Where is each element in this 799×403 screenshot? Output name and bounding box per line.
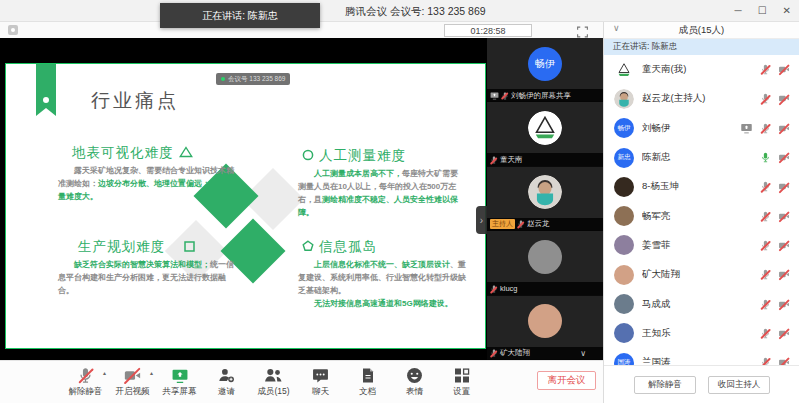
body-text-green: 测绘精准度不稳定、人员安全性难以保障。	[298, 195, 458, 217]
avatar	[614, 323, 634, 343]
mic-muted-icon[interactable]	[760, 211, 771, 222]
avatar-sailboat	[528, 111, 562, 145]
speaking-indicator-tooltip: 正在讲话: 陈新忠	[160, 3, 320, 28]
mic-muted-icon[interactable]	[760, 299, 771, 310]
member-row[interactable]: 矿大陆翔	[604, 260, 799, 289]
avatar-sailboat	[614, 60, 634, 80]
toolbar-start-video[interactable]: ▴ 开启视频	[109, 366, 156, 398]
toolbar-label: 设置	[453, 386, 470, 398]
toolbar-emoji[interactable]: 表情	[391, 366, 438, 398]
camera-off-icon[interactable]	[778, 269, 790, 280]
host-badge: 主持人	[490, 219, 515, 229]
toolbar-docs[interactable]: 文档	[344, 366, 391, 398]
mic-muted-icon[interactable]	[760, 328, 771, 339]
mic-muted-icon	[517, 220, 525, 228]
strip-expand-handle[interactable]: ›	[476, 206, 487, 234]
member-name: 刘畅伊	[642, 122, 740, 135]
toolbar-share-screen[interactable]: 共享屏幕	[156, 366, 203, 398]
member-row[interactable]: 王知乐	[604, 319, 799, 348]
toolbar-chat[interactable]: 聊天	[297, 366, 344, 398]
section-body: 缺乏符合实际的智慧决策算法和模型；统一信息平台构建和生产分析困难，更无法进行数据…	[58, 258, 236, 297]
member-row[interactable]: 8-杨玉坤	[604, 172, 799, 201]
toolbar-unmute[interactable]: ▴ 解除静音	[62, 366, 109, 398]
thumbnail-label: 童天南	[500, 155, 523, 165]
meeting-info-icon[interactable]	[8, 25, 18, 35]
strip-collapse-button[interactable]: ∨	[580, 349, 600, 358]
toolbar-settings[interactable]: 设置	[438, 366, 485, 398]
toolbar-label: 邀请	[218, 386, 235, 398]
mic-muted-icon[interactable]	[760, 357, 771, 365]
member-panel: ∨ 成员(15人) 正在讲话: 陈新忠 童天南(我) 赵云龙(主持人)	[603, 22, 799, 403]
body-text-green: 缺乏符合实际的智慧决策算法和模型；	[74, 260, 210, 269]
mic-muted-icon[interactable]	[760, 181, 771, 192]
mic-active-icon[interactable]	[760, 152, 771, 163]
minimize-button[interactable]: ─	[735, 6, 742, 16]
square-icon	[184, 239, 195, 255]
thumbnail-label: klucg	[500, 284, 518, 293]
unmute-all-button[interactable]: 解除静音	[634, 376, 696, 394]
member-name: 陈新忠	[642, 151, 760, 164]
toolbar-members[interactable]: 成员(15)	[250, 366, 297, 398]
ribbon-dot	[43, 97, 49, 103]
section-heading-text: 地表可视化难度	[72, 144, 174, 162]
camera-off-icon[interactable]	[778, 328, 790, 339]
member-row[interactable]: 姜雪菲	[604, 231, 799, 260]
video-thumbnail[interactable]: 童天南	[487, 102, 603, 166]
section-heading-surface: 地表可视化难度	[72, 144, 193, 162]
member-row[interactable]: 赵云龙(主持人)	[604, 84, 799, 113]
member-row[interactable]: 童天南(我)	[604, 55, 799, 84]
camera-off-icon[interactable]	[778, 211, 790, 222]
caret-up-icon[interactable]: ▴	[150, 369, 153, 376]
mic-muted-icon[interactable]	[760, 240, 771, 251]
mic-muted-icon[interactable]	[760, 123, 771, 134]
member-row[interactable]: 国涛 兰国涛	[604, 348, 799, 365]
grid-settings-icon	[454, 367, 470, 384]
avatar	[528, 304, 562, 338]
member-row[interactable]: 畅伊 刘畅伊	[604, 114, 799, 143]
toolbar-invite[interactable]: 邀请	[203, 366, 250, 398]
camera-off-icon[interactable]	[778, 181, 790, 192]
member-name: 兰国涛	[642, 356, 760, 365]
member-name: 姜雪菲	[642, 239, 760, 252]
screen-share-icon	[740, 122, 753, 134]
caret-up-icon[interactable]: ▴	[103, 369, 106, 376]
camera-off-icon[interactable]	[778, 152, 790, 163]
slide-title: 行业痛点	[91, 88, 179, 114]
camera-off-icon[interactable]	[778, 357, 790, 365]
reclaim-host-button[interactable]: 收回主持人	[708, 376, 770, 394]
mic-muted-icon[interactable]	[760, 269, 771, 280]
thumbnail-label: 刘畅伊的屏幕共享	[511, 91, 571, 101]
video-thumbnail[interactable]: klucg	[487, 231, 603, 295]
close-button[interactable]: ✕	[783, 6, 791, 16]
video-thumbnail-host[interactable]: 主持人 赵云龙	[487, 167, 603, 231]
section-heading-manual: 人工测量难度	[302, 147, 406, 165]
avatar: 畅伊	[528, 47, 562, 81]
member-list: 童天南(我) 赵云龙(主持人) 畅伊 刘畅伊	[604, 55, 799, 365]
video-thumbnail-screenshare[interactable]: 畅伊 刘畅伊的屏幕共享	[487, 38, 603, 102]
leave-meeting-button[interactable]: 离开会议	[537, 371, 596, 390]
member-row[interactable]: 马成成	[604, 289, 799, 318]
camera-off-icon[interactable]	[778, 240, 790, 251]
camera-off-icon[interactable]	[778, 123, 790, 134]
mic-muted-icon[interactable]	[760, 64, 771, 75]
meeting-timer: 01:28:58	[444, 24, 532, 37]
member-name: 童天南(我)	[642, 63, 760, 76]
avatar	[614, 177, 634, 197]
mic-muted-icon[interactable]	[760, 93, 771, 104]
camera-off-icon[interactable]	[778, 299, 790, 310]
member-row[interactable]: 畅军亮	[604, 201, 799, 230]
tencent-meeting-window: 腾讯会议 会议号: 133 235 869 ─ ☐ ✕ 正在讲话: 陈新忠 01…	[0, 0, 799, 403]
camera-off-icon[interactable]	[778, 93, 790, 104]
panel-collapse-button[interactable]: ∨	[613, 23, 620, 33]
member-row[interactable]: 新忠 陈新忠	[604, 143, 799, 172]
meeting-watermark: 会议号 133 235 869	[216, 73, 290, 85]
camera-off-icon[interactable]	[778, 64, 790, 75]
member-name: 赵云龙(主持人)	[642, 92, 760, 105]
avatar: 畅伊	[614, 118, 634, 138]
maximize-button[interactable]: ☐	[758, 6, 767, 16]
fullscreen-icon[interactable]	[576, 26, 589, 38]
video-thumbnail[interactable]: 矿大陆翔 ∨	[487, 296, 603, 360]
camera-off-icon	[123, 367, 142, 384]
toolbar-label: 表情	[406, 386, 423, 398]
members-icon	[264, 367, 283, 384]
